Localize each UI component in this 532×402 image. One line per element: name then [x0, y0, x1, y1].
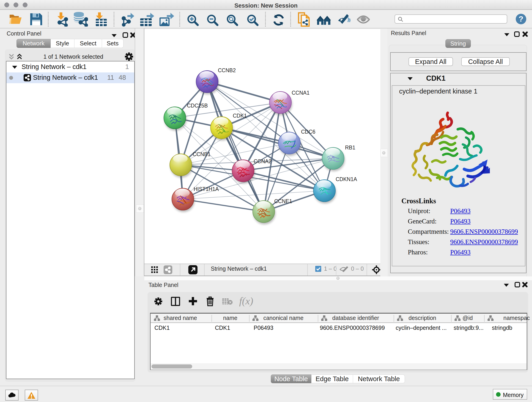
svg-text:CCNE1: CCNE1 [274, 198, 292, 204]
svg-text:HIST1H1A: HIST1H1A [194, 186, 219, 192]
svg-text:CDK1: CDK1 [233, 113, 247, 119]
svg-text:CCNB1: CCNB1 [193, 151, 210, 157]
svg-text:CDKN1A: CDKN1A [336, 176, 357, 182]
svg-text:CCNB2: CCNB2 [218, 67, 236, 73]
svg-text:RB1: RB1 [345, 145, 355, 151]
svg-text:?: ? [519, 14, 524, 23]
svg-text:CDC25B: CDC25B [187, 103, 208, 109]
svg-text:CCNA2: CCNA2 [254, 158, 272, 164]
svg-text:CDC6: CDC6 [301, 129, 316, 135]
svg-text:CCNA1: CCNA1 [292, 90, 310, 96]
